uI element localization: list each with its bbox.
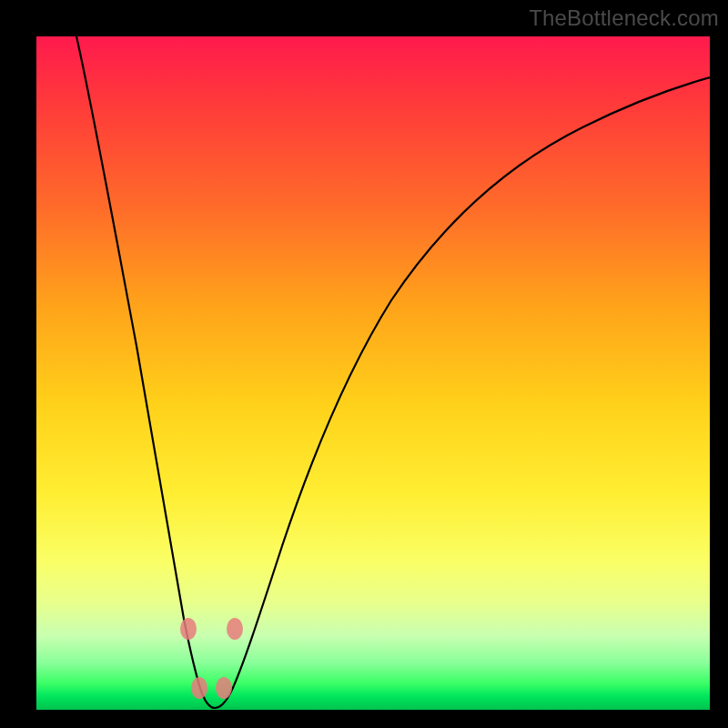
marker-right-upper [227, 618, 243, 640]
plot-area [36, 36, 710, 710]
marker-left-lower [191, 677, 207, 699]
chart-frame: TheBottleneck.com [0, 0, 728, 728]
bottleneck-curve [76, 36, 710, 708]
marker-left-upper [180, 618, 197, 640]
watermark-label: TheBottleneck.com [529, 5, 719, 31]
marker-right-lower [216, 677, 232, 699]
curve-svg [36, 36, 710, 710]
